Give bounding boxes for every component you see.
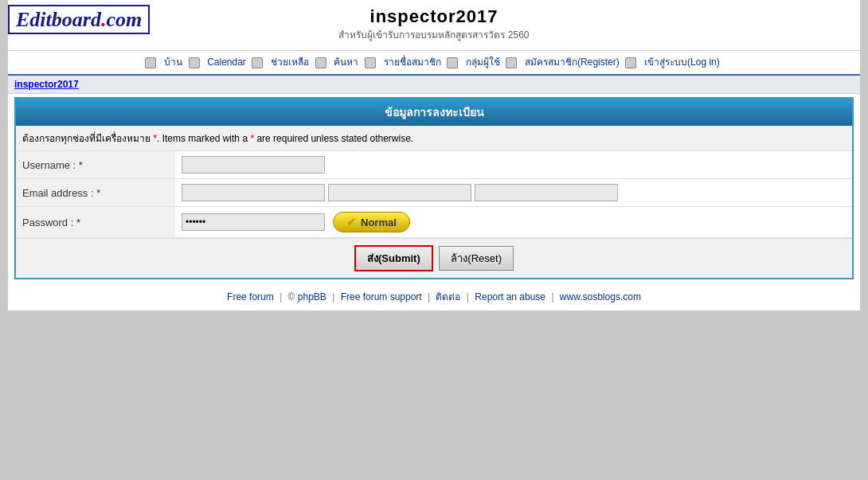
form-header: ข้อมูลการลงทะเบียน bbox=[16, 99, 852, 126]
register-icon bbox=[506, 57, 517, 68]
page-wrapper: Editboard.com inspector2017 สำหรับผู้เข้… bbox=[8, 0, 860, 310]
email-input-3[interactable] bbox=[475, 184, 618, 201]
nav-help[interactable]: ช่วยเหลือ bbox=[271, 57, 309, 68]
nav-bar: บ้าน Calendar ช่วยเหลือ ค้นหา รายชื่อสมา… bbox=[8, 51, 860, 76]
footer-forum-support[interactable]: Free forum support bbox=[341, 291, 422, 302]
nav-search[interactable]: ค้นหา bbox=[334, 57, 358, 68]
password-row-inner: ✔ Normal bbox=[182, 212, 846, 232]
home-icon bbox=[145, 57, 156, 68]
reset-button[interactable]: ล้าง(Reset) bbox=[439, 246, 514, 271]
form-note-end: are required unless stated otherwise. bbox=[254, 133, 413, 144]
footer-free-forum[interactable]: Free forum bbox=[227, 291, 274, 302]
form-table: Username : * Email address : * Password … bbox=[16, 151, 852, 238]
breadcrumb-link[interactable]: inspector2017 bbox=[14, 79, 79, 90]
breadcrumb: inspector2017 bbox=[8, 76, 860, 94]
nav-register[interactable]: สมัครสมาชิก(Register) bbox=[525, 57, 620, 68]
separator-3: | bbox=[428, 291, 430, 302]
email-input-2[interactable] bbox=[328, 184, 471, 201]
nav-login[interactable]: เข้าสู่ระบบ(Log in) bbox=[644, 57, 720, 68]
username-cell bbox=[175, 151, 852, 179]
nav-calendar[interactable]: Calendar bbox=[207, 57, 246, 68]
logo-area: Editboard.com bbox=[8, 8, 150, 32]
site-logo: Editboard.com bbox=[8, 5, 150, 34]
password-label: Password : * bbox=[16, 207, 175, 238]
footer-contact[interactable]: ติดต่อ bbox=[436, 291, 460, 302]
separator-1: | bbox=[280, 291, 282, 302]
login-icon bbox=[625, 57, 636, 68]
form-note-text: ต้องกรอกทุกช่องที่มีเครื่องหมาย bbox=[22, 133, 153, 144]
footer-report-abuse[interactable]: Report an abuse bbox=[475, 291, 545, 302]
password-row: Password : * ✔ Normal bbox=[16, 207, 852, 238]
username-input[interactable] bbox=[182, 156, 325, 174]
separator-2: | bbox=[332, 291, 334, 302]
strength-label: Normal bbox=[361, 217, 397, 228]
nav-home[interactable]: บ้าน bbox=[164, 57, 182, 68]
password-cell: ✔ Normal bbox=[175, 207, 852, 238]
strength-check-icon: ✔ bbox=[346, 216, 356, 228]
separator-4: | bbox=[467, 291, 469, 302]
separator-5: | bbox=[551, 291, 553, 302]
list-icon bbox=[365, 57, 376, 68]
password-input[interactable] bbox=[182, 213, 325, 231]
footer-sosblogs[interactable]: www.sosblogs.com bbox=[560, 291, 641, 302]
email-label: Email address : * bbox=[16, 179, 175, 207]
username-label: Username : * bbox=[16, 151, 175, 179]
search-icon bbox=[315, 57, 326, 68]
group-icon bbox=[447, 57, 458, 68]
logo-text-com: com bbox=[106, 8, 142, 31]
footer-copyright: © bbox=[288, 291, 295, 302]
buttons-row: ส่ง(Submit) ล้าง(Reset) bbox=[16, 238, 852, 278]
logo-text-edit: Editboard bbox=[16, 8, 101, 31]
email-row: Email address : * bbox=[16, 179, 852, 207]
help-icon bbox=[252, 57, 263, 68]
submit-button[interactable]: ส่ง(Submit) bbox=[354, 245, 433, 271]
form-container: ข้อมูลการลงทะเบียน ต้องกรอกทุกช่องที่มีเ… bbox=[14, 97, 854, 279]
footer-phpbb[interactable]: phpBB bbox=[298, 291, 326, 302]
strength-button[interactable]: ✔ Normal bbox=[333, 212, 410, 232]
username-row: Username : * bbox=[16, 151, 852, 179]
email-cell bbox=[175, 179, 852, 207]
email-input-1[interactable] bbox=[182, 184, 325, 201]
calendar-icon bbox=[189, 57, 200, 68]
nav-members[interactable]: รายชื่อสมาชิก bbox=[384, 57, 441, 68]
form-note-rest: . Items marked with a bbox=[157, 133, 250, 144]
nav-groups[interactable]: กลุ่มผู้ใช้ bbox=[466, 57, 500, 68]
footer: Free forum | © phpBB | Free forum suppor… bbox=[8, 283, 860, 310]
form-note: ต้องกรอกทุกช่องที่มีเครื่องหมาย *. Items… bbox=[16, 126, 852, 151]
